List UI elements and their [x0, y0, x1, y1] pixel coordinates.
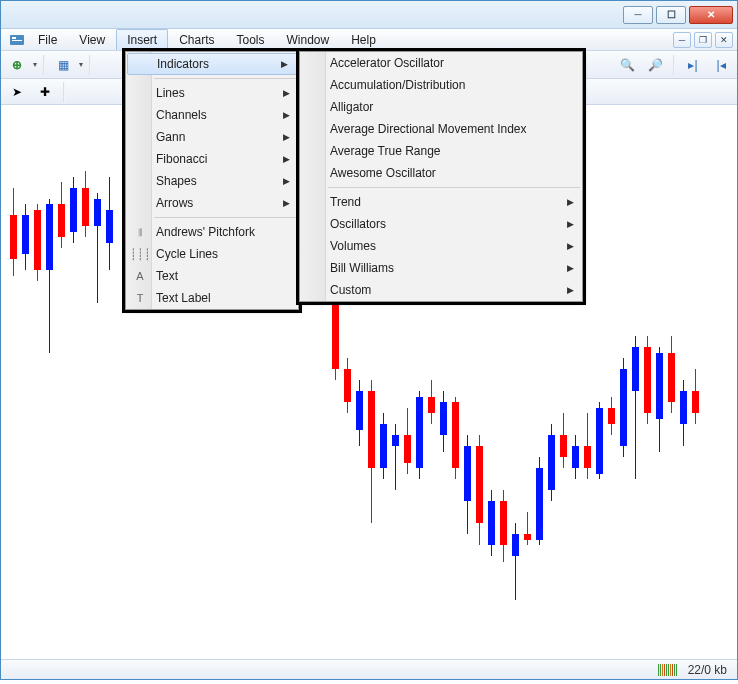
insert-item-text[interactable]: AText	[126, 265, 298, 287]
zoom-out-button[interactable]: 🔎	[643, 54, 667, 76]
indicators-item-average-directional-movement-index[interactable]: Average Directional Movement Index	[300, 118, 582, 140]
cycle-icon: ┊┊┊	[132, 246, 148, 262]
menu-item-label: Custom	[330, 283, 371, 297]
window-controls: ─ ☐ ✕	[623, 6, 733, 24]
indicators-dropdown: Accelerator OscillatorAccumulation/Distr…	[299, 51, 583, 302]
insert-item-arrows[interactable]: Arrows▶	[126, 192, 298, 214]
indicators-item-trend[interactable]: Trend▶	[300, 191, 582, 213]
chart-shift-button[interactable]: |◂	[709, 54, 733, 76]
menu-help[interactable]: Help	[340, 29, 387, 50]
insert-item-lines[interactable]: Lines▶	[126, 82, 298, 104]
statusbar: 22/0 kb	[1, 659, 737, 679]
svg-rect-2	[12, 40, 22, 41]
toolbar-separator	[673, 55, 675, 75]
menu-item-label: Average Directional Movement Index	[330, 122, 527, 136]
menu-item-label: Arrows	[156, 196, 193, 210]
svg-rect-1	[12, 37, 16, 39]
crosshair-button[interactable]: ✚	[33, 81, 57, 103]
menu-charts[interactable]: Charts	[168, 29, 225, 50]
menu-item-label: Volumes	[330, 239, 376, 253]
toolbar-separator	[43, 55, 45, 75]
mdi-restore-button[interactable]: ❐	[694, 32, 712, 48]
menu-item-label: Gann	[156, 130, 185, 144]
insert-item-andrews-pitchfork[interactable]: ⫴Andrews' Pitchfork	[126, 221, 298, 243]
menu-window[interactable]: Window	[276, 29, 341, 50]
insert-item-cycle-lines[interactable]: ┊┊┊Cycle Lines	[126, 243, 298, 265]
insert-item-fibonacci[interactable]: Fibonacci▶	[126, 148, 298, 170]
text-icon: A	[132, 268, 148, 284]
connection-icon	[658, 664, 678, 676]
profiles-button[interactable]: ▦	[51, 54, 75, 76]
menu-item-label: Fibonacci	[156, 152, 207, 166]
indicators-item-oscillators[interactable]: Oscillators▶	[300, 213, 582, 235]
menu-item-label: Shapes	[156, 174, 197, 188]
menu-separator	[154, 78, 296, 79]
insert-item-shapes[interactable]: Shapes▶	[126, 170, 298, 192]
mdi-minimize-button[interactable]: ─	[673, 32, 691, 48]
submenu-arrow-icon: ▶	[283, 88, 290, 98]
submenu-arrow-icon: ▶	[567, 263, 574, 273]
menu-separator	[154, 217, 296, 218]
submenu-arrow-icon: ▶	[283, 110, 290, 120]
insert-item-text-label[interactable]: TText Label	[126, 287, 298, 309]
auto-scroll-button[interactable]: ▸|	[681, 54, 705, 76]
zoom-in-button[interactable]: 🔍	[615, 54, 639, 76]
menu-separator	[328, 187, 580, 188]
insert-dropdown: Indicators▶Lines▶Channels▶Gann▶Fibonacci…	[125, 51, 299, 310]
submenu-arrow-icon: ▶	[567, 197, 574, 207]
new-chart-button[interactable]: ⊕	[5, 54, 29, 76]
menu-item-label: Accelerator Oscillator	[330, 56, 444, 70]
titlebar: ─ ☐ ✕	[1, 1, 737, 29]
menu-item-label: Text	[156, 269, 178, 283]
mdi-controls: ─ ❐ ✕	[673, 29, 737, 50]
indicators-item-average-true-range[interactable]: Average True Range	[300, 140, 582, 162]
menu-file[interactable]: File	[27, 29, 68, 50]
insert-item-gann[interactable]: Gann▶	[126, 126, 298, 148]
menu-view[interactable]: View	[68, 29, 116, 50]
menu-item-label: Oscillators	[330, 217, 386, 231]
app-icon	[7, 29, 27, 50]
toolbar-separator	[63, 82, 65, 102]
indicators-item-alligator[interactable]: Alligator	[300, 96, 582, 118]
insert-item-channels[interactable]: Channels▶	[126, 104, 298, 126]
indicators-item-accelerator-oscillator[interactable]: Accelerator Oscillator	[300, 52, 582, 74]
menu-item-label: Text Label	[156, 291, 211, 305]
menu-item-label: Lines	[156, 86, 185, 100]
maximize-button[interactable]: ☐	[656, 6, 686, 24]
label-icon: T	[132, 290, 148, 306]
indicators-item-awesome-oscillator[interactable]: Awesome Oscillator	[300, 162, 582, 184]
menu-item-label: Awesome Oscillator	[330, 166, 436, 180]
pitchfork-icon: ⫴	[132, 224, 148, 240]
menu-insert[interactable]: Insert	[116, 29, 168, 50]
minimize-button[interactable]: ─	[623, 6, 653, 24]
submenu-arrow-icon: ▶	[283, 176, 290, 186]
close-button[interactable]: ✕	[689, 6, 733, 24]
indicators-item-volumes[interactable]: Volumes▶	[300, 235, 582, 257]
indicators-item-custom[interactable]: Custom▶	[300, 279, 582, 301]
menu-item-label: Alligator	[330, 100, 373, 114]
app-window: ─ ☐ ✕ File View Insert Charts Tools Wind…	[0, 0, 738, 680]
submenu-arrow-icon: ▶	[281, 59, 288, 69]
indicators-item-bill-williams[interactable]: Bill Williams▶	[300, 257, 582, 279]
menu-item-label: Indicators	[157, 57, 209, 71]
menu-item-label: Bill Williams	[330, 261, 394, 275]
submenu-arrow-icon: ▶	[567, 285, 574, 295]
menu-item-label: Andrews' Pitchfork	[156, 225, 255, 239]
submenu-arrow-icon: ▶	[283, 198, 290, 208]
submenu-arrow-icon: ▶	[567, 219, 574, 229]
menu-item-label: Average True Range	[330, 144, 441, 158]
insert-item-indicators[interactable]: Indicators▶	[127, 53, 297, 75]
indicators-item-accumulation-distribution[interactable]: Accumulation/Distribution	[300, 74, 582, 96]
toolbar-separator	[89, 55, 91, 75]
connection-status: 22/0 kb	[688, 663, 727, 677]
submenu-arrow-icon: ▶	[283, 132, 290, 142]
menu-tools[interactable]: Tools	[226, 29, 276, 50]
menu-item-label: Cycle Lines	[156, 247, 218, 261]
submenu-arrow-icon: ▶	[567, 241, 574, 251]
cursor-button[interactable]: ➤	[5, 81, 29, 103]
menubar: File View Insert Charts Tools Window Hel…	[1, 29, 737, 51]
mdi-close-button[interactable]: ✕	[715, 32, 733, 48]
submenu-arrow-icon: ▶	[283, 154, 290, 164]
menu-item-label: Channels	[156, 108, 207, 122]
menu-item-label: Trend	[330, 195, 361, 209]
